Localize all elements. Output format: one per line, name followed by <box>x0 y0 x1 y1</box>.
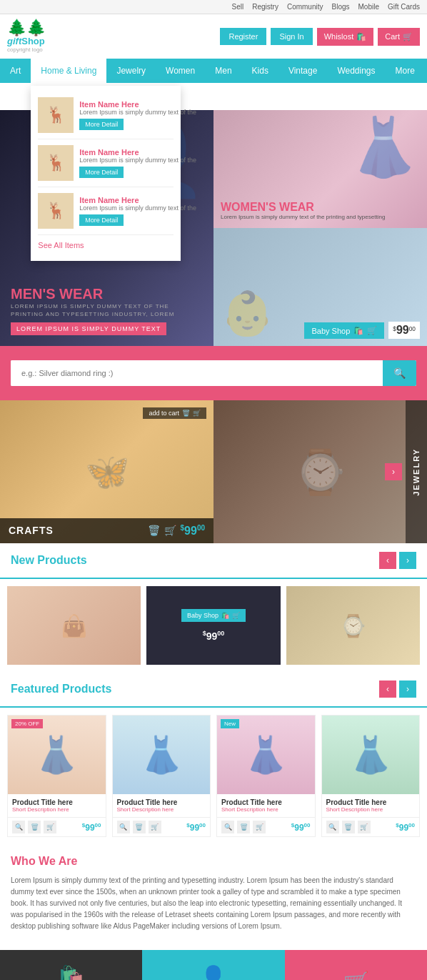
add-to-cart-label: add to cart <box>149 410 179 417</box>
topbar-registry[interactable]: Registry <box>252 3 278 11</box>
search-box: 🔍 <box>11 360 416 386</box>
featured-card-1-img: 👗 20% OFF <box>8 716 106 794</box>
cart-icon: 🛒 <box>403 32 413 41</box>
dropdown-item-1-title: Item Name Here <box>79 100 196 109</box>
nav-item-weddings[interactable]: Weddings <box>327 59 385 83</box>
featured-card-3-info: Product Title here Short Description her… <box>217 794 315 817</box>
dropdown-item-2-btn[interactable]: More Detail <box>79 167 124 178</box>
new-products-header: New Products ‹ › <box>0 543 427 579</box>
nav-item-more[interactable]: More <box>386 59 425 83</box>
dropdown-item-2-text: Item Name Here Lorem Ipsum is simply dum… <box>79 148 196 179</box>
womens-wear-desc: Lorem Ipsum is simply dummy text of the … <box>221 214 385 221</box>
step-register-login: 👤 Register/Login <box>142 950 284 980</box>
featured-card-4-info: Product Title here Short Description her… <box>322 794 420 817</box>
new-products-prev-btn[interactable]: ‹ <box>379 552 396 569</box>
search-button[interactable]: 🔍 <box>383 360 416 386</box>
featured-card-1-price: $9900 <box>82 822 101 833</box>
dropdown-item-1-btn[interactable]: More Detail <box>79 119 124 130</box>
topbar-sell[interactable]: Sell <box>232 3 244 11</box>
crafts-price-area: 🗑️ 🛒 $9900 <box>148 524 205 538</box>
who-we-are-title: Who We Are <box>11 855 416 868</box>
baby-shop-label: Baby Shop <box>311 327 350 335</box>
wishlist-label: Whislost <box>324 32 354 41</box>
wishlist-button[interactable]: Whislost 🛍️ <box>317 28 374 46</box>
featured-card-2-actions: 🔍 🗑️ 🛒 <box>117 821 161 833</box>
nav-item-vintage[interactable]: Vintage <box>278 59 327 83</box>
baby-shop-button[interactable]: Baby Shop 🛍️ 🛒 <box>304 322 384 339</box>
showcase-section: add to cart 🗑️ 🛒 🦋 CRAFTS 🗑️ 🛒 $9900 ⌚ J… <box>0 400 427 543</box>
new-product-1: 👜 <box>7 586 141 665</box>
trash-icon-bar: 🗑️ <box>148 525 160 536</box>
crafts-decorative: 🦋 <box>85 451 129 493</box>
new-products-next-btn[interactable]: › <box>399 552 416 569</box>
top-bar: Sell Registry Community Blogs Mobile Gif… <box>0 0 427 14</box>
search-section: 🔍 <box>0 346 427 400</box>
cart-button[interactable]: Cart 🛒 <box>378 28 420 46</box>
crafts-panel: add to cart 🗑️ 🛒 🦋 CRAFTS 🗑️ 🛒 $9900 <box>0 400 214 543</box>
cart-icon-overlay: 🛒 <box>193 410 201 417</box>
featured-card-1-trash-btn[interactable]: 🗑️ <box>28 821 41 833</box>
nav-item-women[interactable]: Women <box>156 59 205 83</box>
step-register-icon: 👤 <box>200 964 226 980</box>
featured-card-4-cart-btn[interactable]: 🛒 <box>358 821 371 833</box>
search-input[interactable] <box>11 360 383 386</box>
cart-icon-bar: 🛒 <box>164 525 176 536</box>
register-button[interactable]: Register <box>220 28 266 45</box>
featured-card-2-price: $9900 <box>186 822 206 833</box>
featured-card-1-desc: Short Description here <box>12 806 101 813</box>
nav-item-home-living[interactable]: Home & Living 🦌 Item Name Here Lorem Ips… <box>31 59 106 83</box>
new-product-3: ⌚ <box>286 586 420 665</box>
featured-card-1-info: Product Title here Short Description her… <box>8 794 106 817</box>
dropdown-item-2-title: Item Name Here <box>79 148 196 157</box>
nav-item-jewelry[interactable]: Jewelry <box>106 59 156 83</box>
topbar-blogs[interactable]: Blogs <box>332 3 350 11</box>
signin-button[interactable]: Sign In <box>271 28 312 45</box>
featured-card-1-cart-btn[interactable]: 🛒 <box>44 821 56 833</box>
featured-card-3-cart-btn[interactable]: 🛒 <box>253 821 266 833</box>
featured-card-4-footer: 🔍 🗑️ 🛒 $9900 <box>322 817 420 836</box>
logo-area: 🌲🌲 giftShop copyright logo <box>7 20 46 53</box>
featured-card-1-title: Product Title here <box>12 798 101 806</box>
featured-card-2-trash-btn[interactable]: 🗑️ <box>133 821 146 833</box>
mens-wear-tag: LOREM IPSUM IS SIMPLY DUMMY TEXT <box>11 322 166 335</box>
featured-card-2-cart-btn[interactable]: 🛒 <box>149 821 161 833</box>
featured-prev-btn[interactable]: ‹ <box>379 680 396 698</box>
featured-next-btn[interactable]: › <box>399 680 416 698</box>
featured-card-2-wishlist-btn[interactable]: 🔍 <box>117 821 130 833</box>
baby-card-cart-icon: 🛒 <box>232 612 240 619</box>
nav-dropdown-menu: 🦌 Item Name Here Lorem Ipsum is simply d… <box>31 86 181 261</box>
featured-card-2: 👗 Product Title here Short Description h… <box>112 715 211 837</box>
featured-card-3-img: 👗 New <box>217 716 315 794</box>
mens-wear-content: MEN'S WEAR LOREM IPSUM IS SIMPLY DUMMY T… <box>11 286 203 335</box>
baby-shop-card-btn[interactable]: Baby Shop 🛍️ 🛒 <box>181 609 246 622</box>
featured-card-3-trash-btn[interactable]: 🗑️ <box>237 821 250 833</box>
dropdown-item-2-img: 🦌 <box>38 145 74 181</box>
featured-card-1-wishlist-btn[interactable]: 🔍 <box>12 821 25 833</box>
crafts-price: $9900 <box>181 524 205 538</box>
nav-item-kids[interactable]: Kids <box>242 59 278 83</box>
showcase-next-button[interactable]: › <box>385 463 402 480</box>
see-all-items-link[interactable]: See All Items <box>38 235 174 255</box>
nav-item-men[interactable]: Men <box>205 59 241 83</box>
logo-text: giftShop <box>7 36 45 46</box>
topbar-mobile[interactable]: Mobile <box>358 3 379 11</box>
featured-card-4-trash-btn[interactable]: 🗑️ <box>342 821 355 833</box>
who-we-are-section: Who We Are Lorem Ipsum is simply dummy t… <box>0 844 427 943</box>
new-products-section: New Products ‹ › 👜 Baby Shop 🛍️ 🛒 $9900 <box>0 543 427 672</box>
step-chose-products: 🛍️ ChoseProducts <box>0 950 142 980</box>
featured-card-1-footer: 🔍 🗑️ 🛒 $9900 <box>8 817 106 836</box>
featured-card-3-badge: New <box>221 719 239 728</box>
featured-card-3: 👗 New Product Title here Short Descripti… <box>216 715 316 837</box>
add-to-cart-overlay[interactable]: add to cart 🗑️ 🛒 <box>143 407 206 419</box>
dropdown-item-1-img: 🦌 <box>38 97 74 133</box>
steps-section: 🛍️ ChoseProducts 👤 Register/Login 🛒 Chec… <box>0 950 427 980</box>
featured-card-4-wishlist-btn[interactable]: 🔍 <box>326 821 339 833</box>
featured-card-3-wishlist-btn[interactable]: 🔍 <box>221 821 234 833</box>
topbar-community[interactable]: Community <box>287 3 323 11</box>
dropdown-item-3-btn[interactable]: More Detail <box>79 214 124 226</box>
topbar-giftcards[interactable]: Gift Cards <box>388 3 420 11</box>
dropdown-item-2: 🦌 Item Name Here Lorem Ipsum is simply d… <box>38 139 174 187</box>
featured-card-1-badge: 20% OFF <box>11 719 43 728</box>
nav-item-art[interactable]: Art <box>0 59 31 83</box>
cart-label: Cart <box>385 32 400 41</box>
